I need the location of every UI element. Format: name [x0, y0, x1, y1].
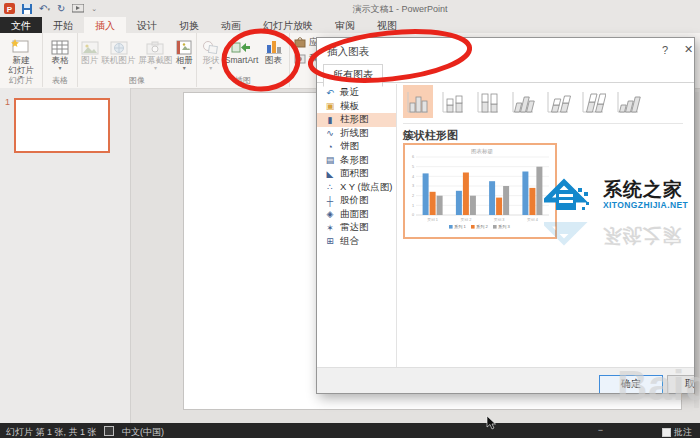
chart-type-list: ↶最近▣模板▮柱形图∿折线图◔饼图▤条形图◣面积图∴X Y (散点图)┼股价图◈…	[317, 86, 396, 248]
slide-thumbnail[interactable]	[14, 98, 110, 153]
help-button[interactable]: ?	[662, 44, 668, 56]
site-name: 系统之家	[603, 180, 688, 200]
file-tab[interactable]: 文件	[0, 17, 42, 33]
recent-menu-item[interactable]: ↶最近	[317, 86, 396, 100]
chart-icon	[264, 36, 284, 55]
chart-preview[interactable]: 图表标题0123456类别 1类别 2类别 3类别 4系列 1系列 2系列 3	[403, 143, 557, 239]
button-label: 图片	[81, 56, 98, 66]
ribbon-group-0: 新建 幻灯片▾幻灯片	[0, 33, 43, 87]
comments-button[interactable]: 批注	[662, 426, 692, 438]
100-percent-stacked-column-thumbnail[interactable]	[473, 85, 503, 118]
bar-chart-menu-item[interactable]: ▤条形图	[317, 154, 396, 168]
column-chart-menu-item[interactable]: ▮柱形图	[317, 113, 396, 127]
3d-clustered-column-thumbnail[interactable]	[508, 85, 538, 118]
ribbon-tab-3[interactable]: 设计	[126, 17, 168, 33]
radar-chart-icon: ✶	[325, 223, 335, 233]
menu-item-label: 模板	[340, 100, 359, 113]
quick-access-toolbar: P ↶▾ ↻ ⌄	[4, 2, 97, 15]
ribbon-tab-1[interactable]: 开始	[42, 17, 84, 33]
ribbon-tab-2[interactable]: 插入	[84, 17, 126, 33]
customize-qat-icon[interactable]: ⌄	[91, 5, 97, 13]
window-title: 演示文稿1 - PowerPoint	[100, 3, 700, 16]
line-chart-icon: ∿	[325, 128, 335, 138]
surface-chart-icon: ◈	[325, 209, 335, 219]
clustered-column-thumbnail[interactable]	[403, 85, 433, 118]
redo-icon[interactable]: ↻	[57, 3, 65, 14]
powerpoint-logo-icon: P	[4, 3, 15, 14]
bar-chart-icon: ▤	[325, 155, 335, 165]
slide-thumbnail-panel: 1	[0, 88, 131, 423]
table-icon	[51, 36, 69, 55]
dropdown-arrow-icon: ▾	[209, 66, 212, 71]
proofing-icon[interactable]	[104, 426, 114, 436]
combo-chart-menu-item[interactable]: ⊞组合	[317, 235, 396, 249]
menu-item-label: 条形图	[340, 154, 369, 167]
shapes-icon	[202, 36, 219, 55]
new-slide-button[interactable]: 新建 幻灯片▾	[8, 36, 34, 80]
language-indicator[interactable]: 中文(中国)	[122, 426, 164, 438]
powerpoint-window: P ↶▾ ↻ ⌄ 演示文稿1 - PowerPoint 文件开始插入设计切换动画…	[0, 0, 700, 438]
pie-chart-menu-item[interactable]: ◔饼图	[317, 140, 396, 154]
ribbon-tab-7[interactable]: 审阅	[324, 17, 366, 33]
svg-text:3: 3	[412, 184, 414, 188]
list-divider	[396, 84, 397, 368]
3d-column-thumbnail[interactable]	[613, 85, 643, 118]
dropdown-arrow-icon: ▾	[154, 66, 157, 71]
shapes-button[interactable]: 形状▾	[202, 36, 219, 71]
3d-stacked-column-thumbnail[interactable]	[543, 85, 573, 118]
dropdown-arrow-icon: ▾	[58, 66, 61, 71]
subtype-heading: 簇状柱形图	[403, 128, 458, 143]
area-chart-icon: ◣	[325, 169, 335, 179]
ribbon-group-label: 表格	[43, 75, 77, 86]
baidu-watermark: Baidu	[617, 362, 700, 410]
3d-100-percent-stacked-column-thumbnail[interactable]	[578, 85, 608, 118]
menu-item-label: 组合	[340, 235, 359, 248]
menu-item-label: 饼图	[340, 140, 359, 153]
svg-text:2: 2	[412, 194, 414, 198]
store-icon	[294, 36, 306, 48]
ribbon-tab-8[interactable]: 视图	[366, 17, 408, 33]
chart-button[interactable]: 图表	[264, 36, 284, 66]
svg-text:图表标题: 图表标题	[471, 148, 494, 155]
templates-menu-item[interactable]: ▣模板	[317, 100, 396, 114]
ribbon-tab-5[interactable]: 动画	[210, 17, 252, 33]
screenshot-button[interactable]: 屏幕截图▾	[138, 36, 172, 71]
save-icon[interactable]	[22, 4, 32, 14]
zoom-out-button[interactable]: −	[598, 425, 603, 435]
menu-item-label: X Y (散点图)	[340, 181, 392, 194]
photo-album-button[interactable]: 相册▾	[175, 36, 193, 71]
undo-icon[interactable]: ↶▾	[39, 3, 50, 14]
title-bar: P ↶▾ ↻ ⌄ 演示文稿1 - PowerPoint	[0, 0, 700, 17]
line-chart-menu-item[interactable]: ∿折线图	[317, 127, 396, 141]
menu-item-label: 折线图	[340, 127, 369, 140]
ribbon-tab-4[interactable]: 切换	[168, 17, 210, 33]
svg-text:6: 6	[412, 155, 414, 159]
picture-button[interactable]: 图片	[81, 36, 99, 66]
svg-text:系列 1: 系列 1	[454, 224, 467, 229]
svg-text:系列 2: 系列 2	[476, 224, 489, 229]
close-icon[interactable]: ✕	[684, 43, 693, 56]
table-button[interactable]: 表格▾	[51, 36, 69, 71]
button-label: 联机图片	[102, 56, 136, 66]
photo-album-icon	[175, 36, 193, 55]
ribbon-tab-6[interactable]: 幻灯片放映	[252, 17, 324, 33]
menu-item-label: 曲面图	[340, 208, 369, 221]
smartart-button[interactable]: SmartArt	[225, 36, 259, 66]
start-slideshow-icon[interactable]	[72, 4, 84, 13]
online-pictures-icon	[110, 36, 128, 55]
scatter-chart-menu-item[interactable]: ∴X Y (散点图)	[317, 181, 396, 195]
radar-chart-menu-item[interactable]: ✶雷达图	[317, 221, 396, 235]
preview-chart-svg: 图表标题0123456类别 1类别 2类别 3类别 4系列 1系列 2系列 3	[405, 145, 551, 233]
tab-all-charts[interactable]: 所有图表	[323, 64, 383, 87]
online-pictures-button[interactable]: 联机图片	[102, 36, 136, 66]
stacked-column-thumbnail[interactable]	[438, 85, 468, 118]
mouse-cursor	[486, 416, 498, 430]
ribbon-group-label: 图像	[78, 75, 196, 86]
subtype-divider	[403, 123, 683, 124]
stock-chart-menu-item[interactable]: ┼股价图	[317, 194, 396, 208]
svg-text:类别 1: 类别 1	[427, 217, 438, 222]
comments-icon	[662, 428, 671, 437]
surface-chart-menu-item[interactable]: ◈曲面图	[317, 208, 396, 222]
ribbon-group-1: 表格▾表格	[43, 33, 78, 87]
area-chart-menu-item[interactable]: ◣面积图	[317, 167, 396, 181]
